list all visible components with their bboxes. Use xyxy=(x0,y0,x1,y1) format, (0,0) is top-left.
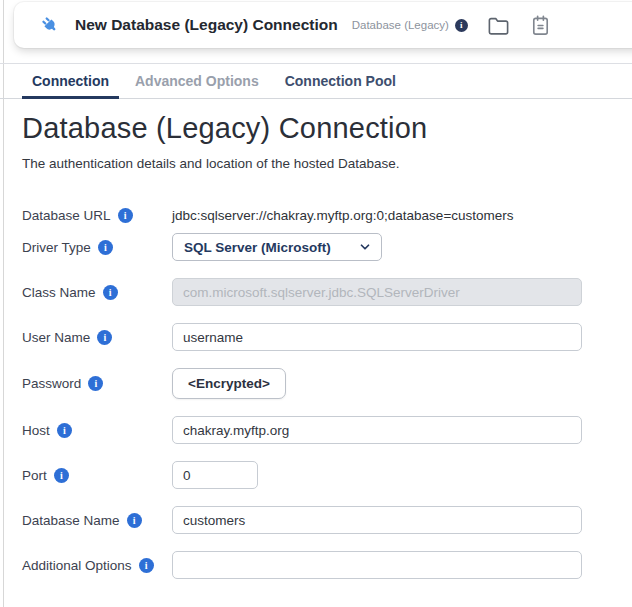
database-url-value: jdbc:sqlserver://chakray.myftp.org:0;dat… xyxy=(172,208,514,223)
host-field[interactable] xyxy=(172,416,582,444)
database-name-label: Database Name xyxy=(22,513,172,528)
info-icon[interactable] xyxy=(88,376,103,391)
user-name-field[interactable] xyxy=(172,323,582,351)
info-icon[interactable] xyxy=(54,468,69,483)
connection-title: New Database (Legacy) Connection xyxy=(75,16,338,34)
password-label: Password xyxy=(22,376,172,391)
form-row-class-name: Class Name xyxy=(22,278,632,306)
form-row-host: Host xyxy=(22,416,632,444)
connection-header-card: New Database (Legacy) Connection Databas… xyxy=(14,2,632,48)
driver-type-label: Driver Type xyxy=(22,240,172,255)
notes-icon[interactable] xyxy=(529,14,552,37)
info-icon[interactable] xyxy=(98,240,113,255)
info-icon[interactable] xyxy=(57,423,72,438)
user-name-label: User Name xyxy=(22,330,172,345)
form-row-additional-options: Additional Options xyxy=(22,551,632,579)
form-row-user-name: User Name xyxy=(22,323,632,351)
tab-bar: Connection Advanced Options Connection P… xyxy=(0,63,632,99)
port-field[interactable] xyxy=(172,461,258,489)
tab-connection-pool[interactable]: Connection Pool xyxy=(275,64,406,98)
info-icon[interactable] xyxy=(139,558,154,573)
form-row-password: Password <Encrypted> xyxy=(22,368,632,399)
port-label: Port xyxy=(22,468,172,483)
form-row-port: Port xyxy=(22,461,632,489)
form-row-database-name: Database Name xyxy=(22,506,632,534)
form-row-database-url: Database URL jdbc:sqlserver://chakray.my… xyxy=(22,204,632,226)
page-description: The authentication details and location … xyxy=(22,156,632,171)
connection-panel: Database (Legacy) Connection The authent… xyxy=(22,112,632,596)
class-name-field xyxy=(172,278,582,306)
driver-type-selected-value: SQL Server (Microsoft) xyxy=(184,240,331,255)
info-icon[interactable] xyxy=(97,330,112,345)
database-name-field[interactable] xyxy=(172,506,582,534)
info-icon[interactable] xyxy=(127,513,142,528)
host-label: Host xyxy=(22,423,172,438)
connection-type-label: Database (Legacy) xyxy=(352,19,449,31)
tab-advanced-options[interactable]: Advanced Options xyxy=(125,64,269,98)
additional-options-field[interactable] xyxy=(172,551,582,579)
form-row-driver-type: Driver Type SQL Server (Microsoft) xyxy=(22,233,632,261)
plug-icon xyxy=(40,15,60,35)
tab-connection[interactable]: Connection xyxy=(22,64,119,98)
connection-form: Database URL jdbc:sqlserver://chakray.my… xyxy=(22,204,632,579)
password-encrypted-button[interactable]: <Encrypted> xyxy=(172,368,286,399)
database-url-label: Database URL xyxy=(22,208,172,223)
info-icon[interactable] xyxy=(118,208,133,223)
driver-type-select[interactable]: SQL Server (Microsoft) xyxy=(172,233,382,261)
additional-options-label: Additional Options xyxy=(22,558,172,573)
info-icon[interactable] xyxy=(455,19,468,32)
info-icon[interactable] xyxy=(103,285,118,300)
folder-icon[interactable] xyxy=(487,14,510,37)
class-name-label: Class Name xyxy=(22,285,172,300)
page-title: Database (Legacy) Connection xyxy=(22,112,632,145)
chevron-down-icon xyxy=(358,240,372,254)
